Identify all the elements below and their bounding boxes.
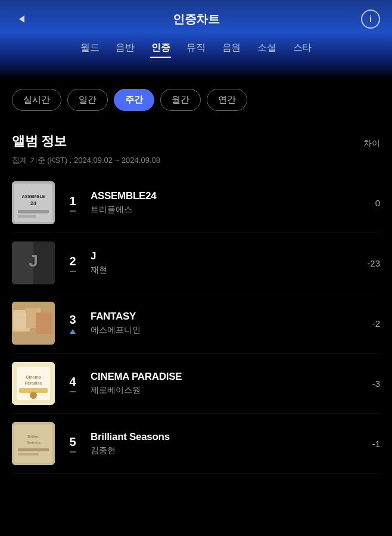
album-thumb-2: J <box>12 241 55 284</box>
chart-list: ASSEMBLE 24 1ASSEMBLE24트리플에스0 J 2J재현-23 … <box>12 173 380 474</box>
svg-text:Cinema: Cinema <box>26 375 41 379</box>
diff-value: -1 <box>359 439 380 449</box>
rank-change-icon <box>70 271 76 272</box>
svg-rect-13 <box>36 312 52 334</box>
track-info: J재현 <box>91 250 349 275</box>
nav-tab-소셜[interactable]: 소셜 <box>256 39 277 58</box>
track-info: CINEMA PARADISE제로베이스원 <box>91 371 349 396</box>
section-title: 앨범 정보 <box>12 132 67 150</box>
nav-tab-인증[interactable]: 인증 <box>150 39 171 58</box>
back-button[interactable] <box>12 10 31 29</box>
chart-item-5[interactable]: Brilliant Seasons 5Brilliant Seasons김종현-… <box>12 414 380 474</box>
rank-block-1: 1 <box>64 194 81 212</box>
neutral-icon <box>70 451 76 453</box>
svg-rect-25 <box>18 448 49 451</box>
album-thumb-3 <box>12 302 55 345</box>
rank-block-2: 2 <box>64 254 81 272</box>
album-thumb-1: ASSEMBLE 24 <box>12 181 55 224</box>
diff-label: 차이 <box>363 138 380 150</box>
rank-number: 5 <box>69 435 76 449</box>
svg-rect-5 <box>18 215 36 218</box>
album-thumb-4: Cinema Paradise <box>12 362 55 405</box>
nav-tab-음원[interactable]: 음원 <box>221 39 242 58</box>
svg-text:ASSEMBLE: ASSEMBLE <box>22 194 45 199</box>
rank-change-icon <box>70 451 76 453</box>
artist-name: 김종현 <box>91 445 349 456</box>
chart-item-2[interactable]: J 2J재현-23 <box>12 233 380 293</box>
filter-pill-주간[interactable]: 주간 <box>114 89 154 111</box>
track-name: CINEMA PARADISE <box>91 371 349 383</box>
neutral-icon <box>70 271 76 272</box>
svg-text:24: 24 <box>30 200 36 206</box>
svg-point-20 <box>30 392 37 399</box>
track-name: ASSEMBLE24 <box>91 190 349 202</box>
info-icon: i <box>369 14 372 24</box>
nav-tabs: 월드음반인증뮤직음원소셜스타 <box>0 35 392 67</box>
svg-rect-14 <box>14 312 26 329</box>
album-thumb-5: Brilliant Seasons <box>12 422 55 465</box>
nav-tab-음반[interactable]: 음반 <box>114 39 135 58</box>
rank-number: 4 <box>69 374 76 389</box>
main-content: 앨범 정보 차이 집계 기준 (KST) : 2024.09.02 ~ 2024… <box>0 123 392 474</box>
track-info: ASSEMBLE24트리플에스 <box>91 190 349 215</box>
track-info: Brilliant Seasons김종현 <box>91 431 349 456</box>
rank-change-icon <box>70 210 76 212</box>
artist-name: 에스에프나인 <box>91 325 349 336</box>
info-button[interactable]: i <box>361 10 380 29</box>
rank-change-icon <box>70 329 76 334</box>
filter-pill-연간[interactable]: 연간 <box>207 89 247 111</box>
rank-block-4: 4 <box>64 374 81 392</box>
diff-value: -3 <box>359 379 380 389</box>
page-title: 인증차트 <box>173 11 219 27</box>
rank-number: 3 <box>69 312 76 327</box>
neutral-icon <box>70 391 76 392</box>
track-info: FANTASY에스에프나인 <box>91 311 349 336</box>
svg-rect-26 <box>18 453 39 456</box>
up-arrow-icon <box>70 329 76 334</box>
chart-item-1[interactable]: ASSEMBLE 24 1ASSEMBLE24트리플에스0 <box>12 173 380 233</box>
rank-block-3: 3 <box>64 312 81 334</box>
artist-name: 제로베이스원 <box>91 385 349 396</box>
nav-tab-뮤직[interactable]: 뮤직 <box>185 39 206 58</box>
rank-number: 2 <box>69 254 76 268</box>
filter-row: 실시간일간주간월간연간 <box>0 79 392 123</box>
svg-text:J: J <box>29 252 38 270</box>
diff-value: -2 <box>359 318 380 329</box>
artist-name: 재현 <box>91 265 349 275</box>
track-name: FANTASY <box>91 311 349 323</box>
track-name: Brilliant Seasons <box>91 431 349 443</box>
svg-text:Brilliant: Brilliant <box>27 435 39 438</box>
chart-item-4[interactable]: Cinema Paradise 4CINEMA PARADISE제로베이스원-3 <box>12 354 380 414</box>
artist-name: 트리플에스 <box>91 205 349 215</box>
nav-tab-스타[interactable]: 스타 <box>292 39 313 58</box>
nav-tab-월드[interactable]: 월드 <box>79 39 100 58</box>
svg-text:Paradise: Paradise <box>24 381 42 385</box>
filter-pill-일간[interactable]: 일간 <box>67 89 108 111</box>
section-header: 앨범 정보 차이 <box>12 123 380 153</box>
diff-value: 0 <box>359 198 380 208</box>
chevron-left-icon <box>19 16 24 23</box>
rank-change-icon <box>70 391 76 392</box>
filter-pill-월간[interactable]: 월간 <box>160 89 201 111</box>
neutral-icon <box>70 210 76 212</box>
rank-block-5: 5 <box>64 435 81 453</box>
chart-item-3[interactable]: 3FANTASY에스에프나인-2 <box>12 293 380 354</box>
track-name: J <box>91 250 349 262</box>
filter-pill-실시간[interactable]: 실시간 <box>12 89 61 111</box>
svg-text:Seasons: Seasons <box>26 441 40 444</box>
diff-value: -23 <box>359 258 380 268</box>
rank-number: 1 <box>69 194 76 208</box>
date-range: 집계 기준 (KST) : 2024.09.02 ~ 2024.09.08 <box>12 153 380 173</box>
svg-rect-4 <box>18 210 49 213</box>
